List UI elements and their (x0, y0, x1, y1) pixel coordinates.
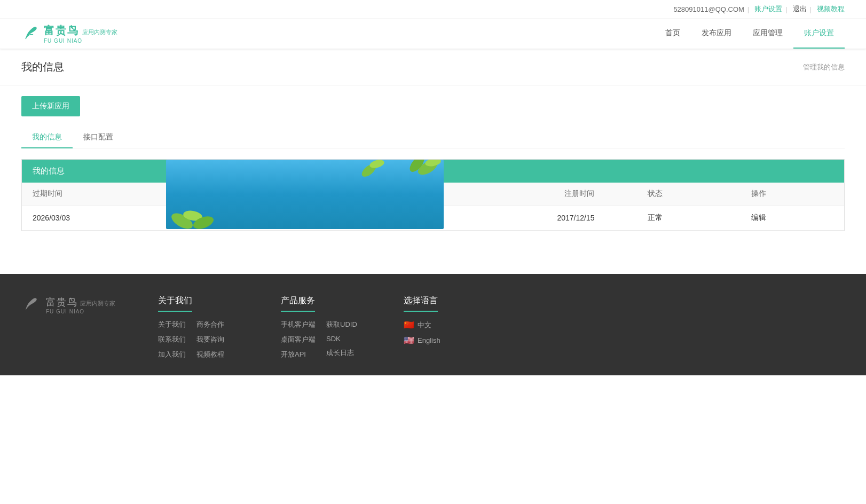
video-tutorial-link[interactable]: 视频教程 (817, 4, 845, 14)
logo-sub-text: FU GUI NIAO (44, 38, 117, 44)
sep2: | (785, 5, 787, 13)
svg-point-10 (33, 300, 35, 302)
lang-chinese-label: 中文 (418, 320, 431, 330)
lang-option-english[interactable]: 🇺🇸 English (404, 335, 484, 345)
page-title-bar: 我的信息 管理我的信息 (0, 49, 866, 85)
full-header: 528091011@QQ.COM | 账户设置 | 退出 | 视频教程 富贵鸟 … (0, 0, 866, 49)
nav-item-manage[interactable]: 应用管理 (742, 19, 793, 49)
top-user-bar: 528091011@QQ.COM | 账户设置 | 退出 | 视频教程 (0, 0, 866, 19)
tabs: 我的信息 接口配置 (21, 127, 845, 148)
footer-link-join[interactable]: 加入我们 (158, 350, 186, 359)
footer-link-business[interactable]: 商务合作 (196, 320, 224, 329)
tab-my-info[interactable]: 我的信息 (21, 127, 73, 148)
footer-link-about-us[interactable]: 关于我们 (158, 320, 186, 329)
footer-lang-section: 选择语言 🇨🇳 中文 🇺🇸 English (404, 295, 484, 351)
banner-svg (166, 160, 444, 229)
account-settings-link[interactable]: 账户设置 (754, 4, 782, 14)
footer-about-links: 关于我们 联系我们 加入我们 商务合作 我要咨询 视频教程 (158, 320, 238, 359)
footer-link-udid[interactable]: 获取UDID (326, 320, 357, 329)
nav-item-account[interactable]: 账户设置 (793, 19, 845, 49)
nav-item-home[interactable]: 首页 (655, 19, 691, 49)
col-status: 状态 (637, 183, 741, 206)
footer-logo-icon (21, 295, 41, 314)
lang-option-chinese[interactable]: 🇨🇳 中文 (404, 320, 484, 330)
footer-link-contact[interactable]: 联系我们 (158, 335, 186, 344)
cell-status: 正常 (637, 206, 741, 231)
user-email: 528091011@QQ.COM (673, 5, 744, 13)
footer-link-changelog[interactable]: 成长日志 (326, 348, 357, 358)
footer-products-title: 产品服务 (281, 295, 315, 312)
footer-link-video[interactable]: 视频教程 (196, 350, 224, 359)
nav-item-publish[interactable]: 发布应用 (691, 19, 742, 49)
footer-link-mobile[interactable]: 手机客户端 (281, 320, 316, 329)
col-expire: 过期时间 (22, 183, 190, 206)
col-action: 操作 (741, 183, 844, 206)
decorative-banner (166, 160, 444, 229)
nav-bar: 富贵鸟 应用内测专家 FU GUI NIAO 首页 发布应用 应用管理 账户设置 (0, 19, 866, 49)
cell-action-edit[interactable]: 编辑 (741, 206, 844, 231)
sep1: | (747, 5, 749, 13)
footer-products-section: 产品服务 手机客户端 桌面客户端 开放API 获取UDID SDK 成长日志 (281, 295, 361, 359)
footer-content: 富贵鸟 应用内测专家 FU GUI NIAO 关于我们 关于我们 联系我们 加入… (21, 295, 845, 359)
footer-link-openapi[interactable]: 开放API (281, 350, 316, 359)
svg-point-0 (33, 28, 35, 30)
logo[interactable]: 富贵鸟 应用内测专家 FU GUI NIAO (21, 23, 117, 44)
footer-product-links: 手机客户端 桌面客户端 开放API 获取UDID SDK 成长日志 (281, 320, 361, 359)
footer-logo-sub: FU GUI NIAO (46, 309, 115, 314)
footer-logo-main: 富贵鸟 (46, 296, 78, 309)
footer-link-sdk[interactable]: SDK (326, 335, 357, 343)
footer-logo-tagline: 应用内测专家 (80, 300, 115, 308)
nav-links: 首页 发布应用 应用管理 账户设置 (655, 19, 845, 49)
footer-about-title: 关于我们 (158, 295, 192, 312)
english-flag-icon: 🇺🇸 (404, 335, 414, 345)
upload-new-app-button[interactable]: 上传新应用 (21, 96, 80, 116)
sep3: | (810, 5, 812, 13)
footer-link-desktop[interactable]: 桌面客户端 (281, 335, 316, 344)
chinese-flag-icon: 🇨🇳 (404, 320, 414, 330)
footer-lang-title: 选择语言 (404, 295, 438, 312)
logo-bird-icon (21, 24, 41, 43)
page-title: 我的信息 (21, 60, 64, 74)
footer-link-consult[interactable]: 我要咨询 (196, 335, 224, 344)
footer-logo: 富贵鸟 应用内测专家 FU GUI NIAO (21, 295, 115, 314)
footer-lang-options: 🇨🇳 中文 🇺🇸 English (404, 320, 484, 345)
footer: 富贵鸟 应用内测专家 FU GUI NIAO 关于我们 关于我们 联系我们 加入… (0, 274, 866, 375)
logout-link[interactable]: 退出 (793, 4, 807, 14)
main-content: 上传新应用 我的信息 接口配置 我的信息 (0, 85, 866, 242)
breadcrumb: 管理我的信息 (803, 62, 845, 72)
logo-tagline: 应用内测专家 (82, 28, 117, 36)
info-card: 我的信息 过期时间 (21, 159, 845, 231)
logo-main-text: 富贵鸟 (44, 23, 79, 38)
lang-english-label: English (418, 336, 440, 344)
footer-about-section: 关于我们 关于我们 联系我们 加入我们 商务合作 我要咨询 视频教程 (158, 295, 238, 359)
footer-logo-section: 富贵鸟 应用内测专家 FU GUI NIAO (21, 295, 115, 314)
tab-api-config[interactable]: 接口配置 (73, 127, 124, 148)
cell-expire: 2026/03/03 (22, 206, 190, 231)
